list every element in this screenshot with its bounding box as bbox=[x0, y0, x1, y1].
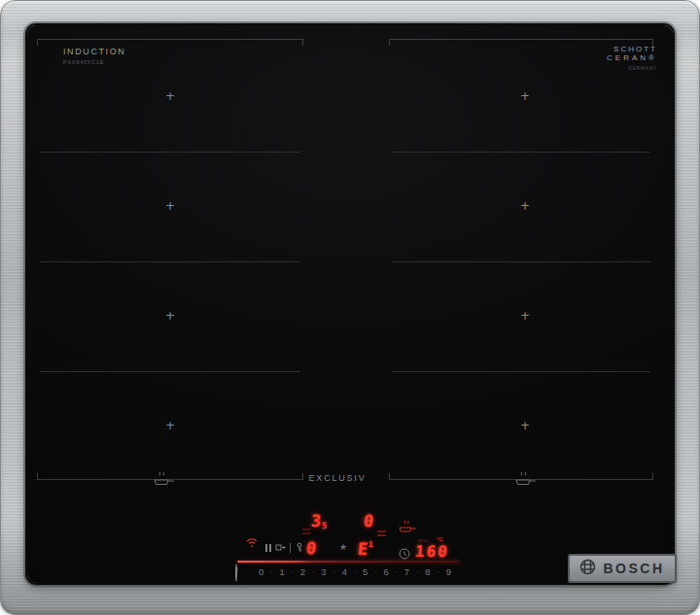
power-level-2[interactable]: 2 bbox=[300, 566, 305, 577]
power-level-4[interactable]: 4 bbox=[342, 566, 347, 577]
zone-divider-line bbox=[392, 261, 650, 262]
power-on-off-key[interactable] bbox=[235, 564, 237, 582]
ceran-sub-label: GERMANY bbox=[607, 66, 657, 71]
function-key-cluster bbox=[265, 541, 304, 554]
zone-corner-tick bbox=[389, 39, 390, 46]
zone-corner-tick bbox=[389, 473, 390, 480]
schott-label: SCHOTT bbox=[607, 45, 657, 53]
cooktop-frame: + + + + + bbox=[0, 0, 700, 615]
power-level-5[interactable]: 5 bbox=[363, 566, 368, 577]
zone-divider-line bbox=[40, 152, 300, 153]
frying-sensor-pan-icon bbox=[513, 471, 537, 487]
pan-position-marker: + bbox=[520, 419, 530, 432]
zone-divider-line bbox=[392, 152, 650, 153]
level-separator: · bbox=[332, 567, 335, 576]
pan-position-marker: + bbox=[520, 89, 530, 103]
level-separator: · bbox=[416, 567, 419, 576]
pan-position-marker: + bbox=[165, 89, 175, 103]
zone-divider-line bbox=[40, 371, 300, 372]
home-connect-wifi-icon bbox=[245, 534, 259, 552]
power-level-1[interactable]: 1 bbox=[279, 566, 284, 577]
pan-position-marker: + bbox=[165, 199, 175, 213]
schott-ceran-label-block: SCHOTT CERAN® GERMANY bbox=[607, 45, 657, 71]
pan-position-marker: + bbox=[165, 309, 175, 323]
favorite-star-key-icon[interactable]: ★ bbox=[339, 543, 347, 552]
bosch-logo-text: BOSCH bbox=[603, 561, 664, 576]
bosch-emblem-icon bbox=[579, 559, 596, 579]
zone-display-rear-left: 35 bbox=[311, 513, 328, 530]
level-separator: · bbox=[291, 567, 294, 576]
zone-corner-tick bbox=[652, 473, 653, 480]
pan-position-marker: + bbox=[520, 199, 530, 213]
zone-corner-tick bbox=[302, 39, 303, 46]
power-level-6[interactable]: 6 bbox=[383, 566, 388, 577]
power-slider-indicator-line bbox=[237, 561, 460, 563]
product-photo: + + + + + bbox=[0, 0, 700, 615]
zone-corner-tick bbox=[37, 473, 38, 480]
power-level-9[interactable]: 9 bbox=[446, 566, 451, 577]
level-separator: · bbox=[312, 567, 315, 576]
zone-divider-line bbox=[40, 261, 300, 262]
glass-surface: + + + + + bbox=[27, 25, 673, 583]
level-separator: · bbox=[270, 567, 273, 576]
power-level-7[interactable]: 7 bbox=[404, 566, 409, 577]
induction-label-block: INDUCTION PXX645FC1E bbox=[63, 47, 125, 65]
bosch-logo-plate: BOSCH bbox=[568, 554, 677, 583]
temperature-display: 160 bbox=[415, 543, 449, 561]
zone-bridge-indicator-right bbox=[377, 530, 386, 536]
move-pan-key-icon[interactable] bbox=[275, 539, 286, 557]
pause-key-icon[interactable] bbox=[265, 544, 271, 552]
power-level-0[interactable]: 0 bbox=[259, 566, 263, 577]
exclusiv-series-label: EXCLUSIV bbox=[309, 473, 367, 483]
model-number: PXX645FC1E bbox=[63, 59, 125, 65]
level-separator: · bbox=[395, 567, 398, 576]
zone-display-rear-right: 0 bbox=[364, 513, 373, 530]
induction-label: INDUCTION bbox=[63, 47, 125, 56]
level-separator: · bbox=[437, 567, 439, 576]
frying-sensor-pan-icon bbox=[152, 471, 175, 487]
zone-divider-line bbox=[392, 371, 650, 372]
level-separator: · bbox=[374, 567, 377, 576]
ceran-label: CERAN® bbox=[607, 53, 657, 62]
flex-zone-right: + + + + bbox=[389, 39, 653, 480]
pan-position-marker: + bbox=[165, 419, 175, 432]
flex-zone-left: + + + + bbox=[37, 39, 303, 480]
frying-sensor-key-icon[interactable] bbox=[398, 520, 417, 538]
power-level-3[interactable]: 3 bbox=[321, 566, 326, 577]
zone-corner-tick bbox=[37, 39, 38, 46]
zone-display-front-right: E1 bbox=[358, 540, 373, 559]
level-separator: · bbox=[354, 567, 357, 576]
zone-display-front-left: 0 bbox=[306, 540, 316, 558]
key-lock-icon[interactable] bbox=[295, 539, 304, 557]
cluster-divider bbox=[290, 543, 291, 553]
power-level-slider[interactable]: 0 · 1 · 2 · 3 · 4 · 5 · 6 · 7 · 8 bbox=[259, 566, 451, 577]
pan-position-marker: + bbox=[520, 309, 530, 323]
power-level-8[interactable]: 8 bbox=[425, 566, 430, 577]
zone-corner-tick bbox=[302, 473, 303, 480]
